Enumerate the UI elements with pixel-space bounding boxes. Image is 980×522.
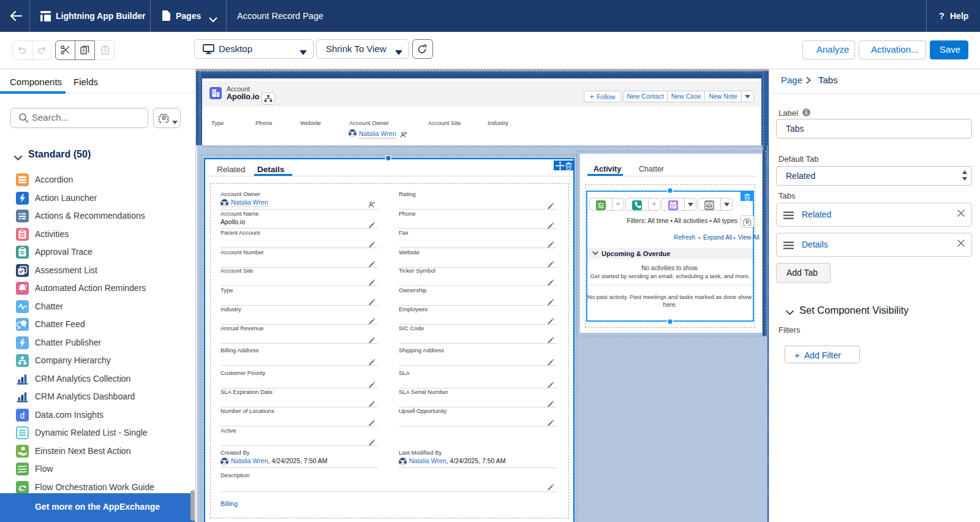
- svg-text:d: d: [20, 410, 25, 420]
